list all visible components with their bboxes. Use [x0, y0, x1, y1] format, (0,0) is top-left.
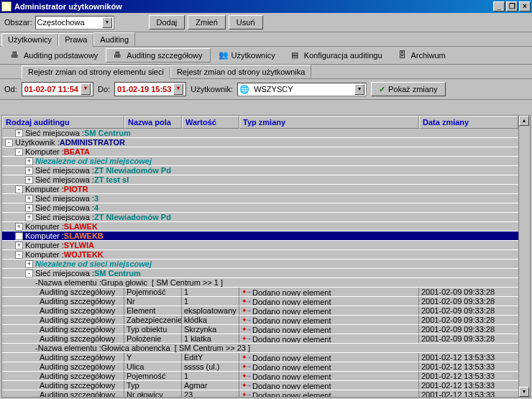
tree-group-row[interactable]: +Sieć miejscowa : 3: [2, 194, 530, 203]
chevron-down-icon[interactable]: ▾: [102, 17, 112, 28]
vertical-scrollbar[interactable]: ▴ ▾: [518, 116, 530, 397]
list-icon: ▤: [291, 50, 301, 60]
minimize-button[interactable]: _: [493, 1, 505, 12]
chevron-down-icon[interactable]: ▾: [173, 83, 183, 95]
obszar-value: Częstochowa: [37, 18, 85, 27]
subtab-network-side[interactable]: Rejestr zmian od strony elementu sieci: [22, 65, 170, 79]
tab-rights[interactable]: Prawa: [58, 33, 93, 47]
titlebar: Administrator użytkowników _ ❐ ×: [0, 0, 532, 13]
chevron-down-icon[interactable]: ▾: [354, 84, 364, 95]
sub-toolbar: 🖶 Auditing podstawowy 🖶 Auditing szczegó…: [0, 47, 532, 65]
subtool-config-auditing[interactable]: ▤ Konfiguracja auditingu: [283, 48, 390, 63]
data-row[interactable]: Auditing szczegółowyElementeksploatowany…: [2, 306, 530, 316]
printer-icon: 🖶: [11, 50, 21, 60]
data-row[interactable]: Auditing szczegółowyUlicasssss (ul.)Doda…: [2, 362, 530, 372]
col-wartosc[interactable]: Wartość: [182, 116, 239, 129]
change-icon: [242, 325, 251, 333]
data-row[interactable]: Auditing szczegółowyZabezpieczeniekłódka…: [2, 316, 530, 325]
edit-button[interactable]: Zmień: [188, 15, 226, 29]
tree-group-row[interactable]: +Sieć miejscowa : ZT Nlewiadomów Pd: [2, 166, 530, 175]
to-label: Do:: [98, 85, 110, 93]
data-row[interactable]: Auditing szczegółowyTypAgmarDodano nowy …: [2, 381, 530, 390]
user-combo[interactable]: 🌐 WSZYSCY ▾: [237, 83, 367, 96]
element-header-row[interactable]: -Nazwa elementu : Grupa głowic [ SM Cent…: [2, 278, 530, 288]
tree-group-row[interactable]: +Sieć miejscowa : SM Centrum: [2, 129, 530, 138]
tab-auditing[interactable]: Auditing: [93, 32, 135, 46]
tree-expander[interactable]: +: [25, 260, 33, 268]
tree-expander[interactable]: -: [15, 148, 23, 156]
tree-expander[interactable]: +: [15, 129, 23, 137]
tree-group-row[interactable]: +Sieć miejscowa : ZT test sl: [2, 175, 530, 185]
tree-expander[interactable]: -: [25, 270, 33, 278]
data-row[interactable]: Auditing szczegółowyPojemność1Dodano now…: [2, 288, 530, 297]
col-typ-zmiany[interactable]: Typ zmiany: [239, 116, 419, 129]
add-button[interactable]: Dodaj: [149, 15, 185, 29]
tree-group-row[interactable]: -Użytkownik : ADMINISTRATOR: [2, 138, 530, 147]
data-row[interactable]: Auditing szczegółowyNr głowicy23Dodano n…: [2, 390, 530, 397]
audit-grid: Rodzaj auditingu Nazwa pola Wartość Typ …: [1, 115, 531, 398]
change-icon: [242, 316, 251, 324]
tree-group-row[interactable]: -Sieć miejscowa : SM Centrum: [2, 269, 530, 278]
data-row[interactable]: Auditing szczegółowyPołożenie1 klatkaDod…: [2, 334, 530, 344]
close-button[interactable]: ×: [519, 1, 531, 12]
chevron-down-icon[interactable]: ▾: [81, 83, 91, 95]
tree-expander[interactable]: -: [15, 251, 23, 259]
tree-group-row[interactable]: -Komputer : WOJTEKK: [2, 250, 530, 260]
col-rodzaj[interactable]: Rodzaj auditingu: [2, 116, 124, 129]
col-nazwa-pola[interactable]: Nazwa pola: [124, 116, 182, 129]
tree-group-row[interactable]: +Sieć miejscowa : ZT Nlewiadomów Pd: [2, 213, 530, 222]
change-icon: [242, 381, 251, 389]
tree-expander[interactable]: +: [25, 214, 33, 221]
tree-expander[interactable]: +: [15, 232, 23, 240]
delete-button[interactable]: Usuń: [229, 15, 263, 29]
from-datetime[interactable]: 01-02-07 11:54 ▾: [22, 82, 93, 96]
tree-group-row[interactable]: -Komputer : PIOTR: [2, 185, 530, 194]
users-icon: 👥: [219, 50, 229, 60]
subtool-detailed-auditing[interactable]: 🖶 Auditing szczegółowy: [106, 48, 210, 63]
tree-expander[interactable]: +: [15, 242, 23, 249]
tree-group-row[interactable]: -Komputer : BEATA: [2, 147, 530, 157]
tree-expander[interactable]: -: [15, 185, 23, 193]
change-icon: [242, 334, 251, 342]
tree-expander[interactable]: +: [25, 195, 33, 203]
to-datetime[interactable]: 01-02-19 15:53 ▾: [114, 82, 186, 96]
tree-group-row[interactable]: +Komputer : SLAWEKB: [2, 231, 530, 241]
app-icon: [1, 1, 12, 12]
tree-group-row[interactable]: +Komputer : SYLWIA: [2, 241, 530, 250]
grid-header: Rodzaj auditingu Nazwa pola Wartość Typ …: [2, 116, 530, 129]
tree-expander[interactable]: +: [25, 157, 33, 165]
subtool-users[interactable]: 👥 Użytkownicy: [211, 48, 283, 63]
scroll-up-button[interactable]: ▴: [519, 116, 529, 126]
grid-body[interactable]: +Sieć miejscowa : SM Centrum-Użytkownik …: [2, 129, 530, 397]
tree-expander[interactable]: +: [25, 204, 33, 212]
tree-expander[interactable]: -: [5, 139, 13, 147]
tree-expander[interactable]: +: [25, 176, 33, 184]
change-icon: [242, 288, 251, 295]
data-row[interactable]: Auditing szczegółowyTyp obiektuSkrzynkaD…: [2, 325, 530, 334]
change-icon: [242, 390, 251, 397]
subtool-archive[interactable]: 🗄 Archiwum: [390, 48, 454, 63]
data-row[interactable]: Auditing szczegółowyPojemność1Dodano now…: [2, 372, 530, 381]
tree-group-row[interactable]: +Sieć miejscowa : 4: [2, 203, 530, 213]
element-header-row[interactable]: -Nazwa elementu : Głowica abonencka [ SM…: [2, 344, 530, 353]
globe-icon: 🌐: [239, 85, 249, 94]
tree-expander[interactable]: +: [25, 167, 33, 175]
subtab-user-side[interactable]: Rejestr zmian od strony użytkownika: [170, 65, 312, 78]
data-row[interactable]: Auditing szczegółowyYEditYDodano nowy el…: [2, 353, 530, 362]
subtool-basic-auditing[interactable]: 🖶 Auditing podstawowy: [3, 48, 106, 63]
tree-group-row[interactable]: + Niezależne od sieci miejscowej: [2, 157, 530, 166]
col-data-zmiany[interactable]: Data zmiany: [419, 116, 518, 129]
scroll-down-button[interactable]: ▾: [519, 387, 529, 397]
printer-icon: 🖶: [114, 50, 124, 60]
tab-users[interactable]: Użytkownicy: [1, 33, 58, 47]
maximize-button[interactable]: ❐: [506, 1, 518, 12]
show-changes-button[interactable]: Pokaż zmiany: [371, 82, 445, 96]
tree-group-row[interactable]: + Niezależne od sieci miejscowej: [2, 260, 530, 269]
change-icon: [242, 297, 251, 305]
obszar-combo[interactable]: Częstochowa ▾: [35, 16, 114, 29]
tree-group-row[interactable]: +Komputer : SLAWEK: [2, 222, 530, 231]
tree-expander[interactable]: +: [15, 223, 23, 231]
data-row[interactable]: Auditing szczegółowyNr1Dodano nowy eleme…: [2, 297, 530, 306]
obszar-label: Obszar:: [4, 18, 32, 27]
top-toolbar: Obszar: Częstochowa ▾ Dodaj Zmień Usuń: [0, 13, 532, 32]
